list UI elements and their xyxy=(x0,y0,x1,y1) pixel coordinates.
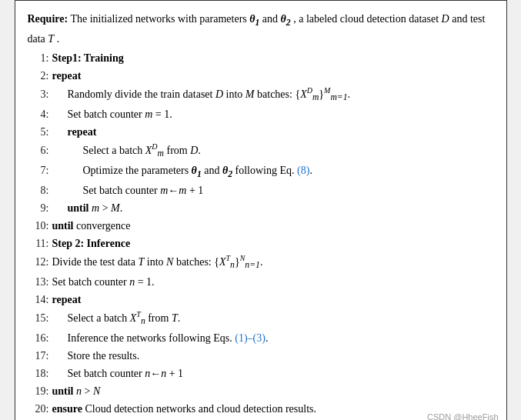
line-7: 7: Optimize the parameters θ1 and θ2 fol… xyxy=(28,162,494,182)
line-content-16: Inference the networks following Eqs. (1… xyxy=(52,329,494,347)
line-content-7: Optimize the parameters θ1 and θ2 follow… xyxy=(52,162,494,182)
line-3: 3: Randomly divide the train dataset D i… xyxy=(28,85,494,105)
line-9: 9: until m > M. xyxy=(28,199,494,217)
line-num-9: 9: xyxy=(28,199,49,217)
line-num-4: 4: xyxy=(28,105,49,123)
require-label: Require: xyxy=(28,13,68,25)
line-content-6: Select a batch XDm from D. xyxy=(52,141,494,162)
theta2: θ xyxy=(281,13,286,25)
line-content-12: Divide the test data T into N batches: {… xyxy=(52,252,494,273)
line-content-10: until convergence xyxy=(52,217,494,235)
line-content-14: repeat xyxy=(52,291,494,308)
line-12: 12: Divide the test data T into N batche… xyxy=(28,252,494,273)
line-num-2: 2: xyxy=(28,67,49,85)
line-16: 16: Inference the networks following Eqs… xyxy=(28,329,494,347)
line-content-3: Randomly divide the train dataset D into… xyxy=(52,85,494,105)
line-content-9: until m > M. xyxy=(52,199,494,217)
line-6: 6: Select a batch XDm from D. xyxy=(28,141,494,162)
and-text: and xyxy=(262,13,281,25)
line-content-11: Step 2: Inference xyxy=(52,235,494,252)
line-13: 13: Set batch counter n = 1. xyxy=(28,273,494,291)
line-14: 14: repeat xyxy=(28,291,494,308)
line-content-17: Store the results. xyxy=(52,347,494,365)
line-num-19: 19: xyxy=(28,382,49,400)
line-8: 8: Set batch counter m←m + 1 xyxy=(28,182,494,199)
line-num-6: 6: xyxy=(28,142,49,159)
line-num-12: 12: xyxy=(28,253,49,271)
theta2-sub: 2 xyxy=(286,18,291,28)
line-num-7: 7: xyxy=(28,162,49,179)
line-2: 2: repeat xyxy=(28,67,494,85)
line-num-20: 20: xyxy=(28,400,49,418)
line-num-16: 16: xyxy=(28,329,49,347)
line-18: 18: Set batch counter n←n + 1 xyxy=(28,365,494,382)
line-20: 20: ensure Cloud detection networks and … xyxy=(28,400,494,418)
line-17: 17: Store the results. xyxy=(28,347,494,365)
algorithm-box: Require: The initialized networks with p… xyxy=(15,0,507,420)
line-content-19: until n > N xyxy=(52,382,494,400)
line-content-15: Select a batch XTn from T. xyxy=(52,308,494,329)
line-5: 5: repeat xyxy=(28,123,494,141)
line-content-2: repeat xyxy=(52,67,494,85)
line-1: 1: Step1: Training xyxy=(28,49,494,67)
line-num-13: 13: xyxy=(28,273,49,291)
test-T: T xyxy=(48,33,54,45)
line-10: 10: until convergence xyxy=(28,217,494,235)
require-text2: , a labeled cloud detection dataset xyxy=(293,13,441,25)
dataset-D: D xyxy=(442,13,449,25)
period: . xyxy=(57,33,60,45)
line-num-17: 17: xyxy=(28,347,49,365)
watermark: CSDN @HheeFish xyxy=(427,410,498,420)
line-content-18: Set batch counter n←n + 1 xyxy=(52,365,494,382)
line-content-4: Set batch counter m = 1. xyxy=(52,105,494,123)
line-content-8: Set batch counter m←m + 1 xyxy=(52,182,494,199)
line-content-13: Set batch counter n = 1. xyxy=(52,273,494,291)
line-num-11: 11: xyxy=(28,235,49,252)
require-text: The initialized networks with parameters xyxy=(70,13,249,25)
theta1-sub: 1 xyxy=(255,18,260,28)
line-content-1: Step1: Training xyxy=(52,49,494,67)
line-num-15: 15: xyxy=(28,309,49,327)
line-num-1: 1: xyxy=(28,49,49,67)
line-num-3: 3: xyxy=(28,85,49,103)
line-num-10: 10: xyxy=(28,217,49,235)
line-19: 19: until n > N xyxy=(28,382,494,400)
line-num-18: 18: xyxy=(28,365,49,382)
line-content-5: repeat xyxy=(52,123,494,141)
line-num-14: 14: xyxy=(28,291,49,308)
theta1: θ xyxy=(249,13,255,25)
require-line: Require: The initialized networks with p… xyxy=(28,10,494,48)
line-num-5: 5: xyxy=(28,123,49,141)
line-num-8: 8: xyxy=(28,182,49,199)
line-11: 11: Step 2: Inference xyxy=(28,235,494,252)
line-15: 15: Select a batch XTn from T. xyxy=(28,308,494,329)
line-4: 4: Set batch counter m = 1. xyxy=(28,105,494,123)
